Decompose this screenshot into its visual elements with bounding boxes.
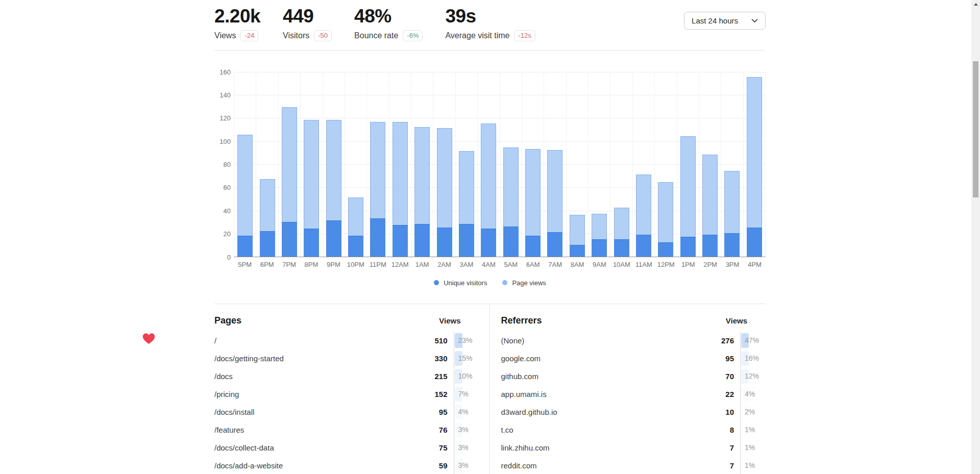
page-views-bar[interactable] [503, 147, 519, 256]
chart-bar-group [477, 72, 499, 257]
page-views-bar[interactable] [592, 214, 607, 257]
table-row[interactable]: /51023% [214, 332, 474, 350]
stat-change-badge: -6% [403, 30, 423, 41]
table-row[interactable]: /pricing1527% [214, 385, 474, 403]
scrollbar-thumb[interactable] [973, 61, 978, 197]
x-tick-label: 1PM [677, 261, 699, 268]
unique-visitors-bar[interactable] [326, 220, 341, 256]
page-views-bar[interactable] [237, 135, 253, 256]
metrics-tables: Pages Views /51023%/docs/getting-started… [214, 304, 766, 474]
table-row[interactable]: /docs/getting-started33015% [214, 350, 474, 367]
table-row[interactable]: reddit.com71% [501, 457, 761, 474]
page-views-bar[interactable] [702, 155, 718, 257]
page-views-bar[interactable] [437, 128, 452, 257]
unique-visitors-bar[interactable] [570, 245, 585, 257]
x-tick-label: 5PM [234, 261, 256, 268]
unique-visitors-bar[interactable] [680, 237, 696, 257]
row-label: reddit.com [501, 461, 730, 470]
page-views-bar[interactable] [370, 122, 385, 256]
row-percent-label: 10% [454, 372, 473, 380]
table-row[interactable]: /docs21510% [214, 367, 474, 385]
unique-visitors-bar[interactable] [747, 228, 762, 257]
row-label: /docs/getting-started [214, 354, 434, 363]
table-row[interactable]: /docs/add-a-website593% [214, 457, 474, 474]
unique-visitors-bar[interactable] [702, 235, 718, 257]
table-row[interactable]: /features763% [214, 421, 474, 439]
x-tick-label: 2AM [433, 261, 455, 268]
unique-visitors-bar[interactable] [503, 227, 519, 257]
page-views-bar[interactable] [658, 182, 673, 256]
chart-bar-group [278, 72, 300, 257]
unique-visitors-bar[interactable] [525, 236, 541, 257]
y-tick-label: 140 [219, 92, 231, 98]
unique-visitors-bar[interactable] [592, 239, 607, 257]
table-row[interactable]: github.com7012% [501, 367, 761, 385]
chart-bar-group [323, 72, 345, 257]
page-views-bar[interactable] [747, 77, 762, 257]
page-views-bar[interactable] [260, 179, 275, 257]
page-views-bar[interactable] [570, 215, 585, 257]
scrollbar[interactable] [971, 0, 980, 474]
unique-visitors-bar[interactable] [370, 218, 385, 257]
unique-visitors-bar[interactable] [481, 229, 496, 256]
stat-bounce-rate: 48%Bounce rate-6% [354, 7, 423, 41]
x-tick-label: 8AM [566, 261, 588, 268]
table-row[interactable]: d3ward.github.io102% [501, 403, 761, 421]
chart-bar-group [389, 72, 411, 257]
unique-visitors-bar[interactable] [260, 231, 275, 257]
table-row[interactable]: app.umami.is224% [501, 385, 761, 403]
unique-visitors-bar[interactable] [282, 222, 297, 257]
page-views-bar[interactable] [393, 122, 408, 256]
table-row[interactable]: link.zhihu.com71% [501, 439, 761, 457]
page-views-bar[interactable] [304, 120, 319, 257]
page-views-bar[interactable] [414, 127, 430, 257]
x-tick-label: 9PM [323, 261, 345, 268]
unique-visitors-bar[interactable] [304, 229, 319, 256]
page-views-bar[interactable] [724, 171, 740, 257]
stat-value: 39s [445, 7, 535, 26]
row-percent-bar: 2% [740, 403, 761, 421]
chart-plot-area [234, 72, 766, 257]
row-percent-bar: 4% [454, 403, 474, 421]
stat-label-row: Visitors-50 [283, 30, 332, 41]
chart-legend: Unique visitorsPage views [214, 279, 766, 287]
unique-visitors-bar[interactable] [348, 236, 363, 257]
page-views-bar[interactable] [680, 136, 696, 257]
scrollbar-up-button[interactable] [971, 0, 980, 9]
table-row[interactable]: (None)27647% [501, 332, 761, 350]
unique-visitors-bar[interactable] [393, 225, 408, 256]
unique-visitors-bar[interactable] [658, 242, 673, 256]
page-views-bar[interactable] [481, 123, 496, 257]
page-views-bar[interactable] [636, 174, 651, 257]
unique-visitors-bar[interactable] [437, 228, 452, 257]
row-views-value: 70 [725, 372, 734, 381]
table-row[interactable]: /docs/collect-data753% [214, 439, 474, 457]
page-views-bar[interactable] [348, 197, 363, 257]
page-views-bar[interactable] [326, 120, 341, 257]
row-views-value: 215 [434, 372, 447, 381]
legend-item-unique-visitors[interactable]: Unique visitors [434, 279, 487, 287]
unique-visitors-bar[interactable] [414, 224, 430, 257]
date-range-select[interactable]: Last 24 hours [684, 12, 766, 30]
unique-visitors-bar[interactable] [614, 239, 629, 257]
chart-bar-group [544, 72, 566, 257]
table-row[interactable]: google.com9516% [501, 350, 761, 367]
unique-visitors-bar[interactable] [724, 233, 740, 256]
page-views-bar[interactable] [547, 150, 562, 257]
page-views-bar[interactable] [282, 107, 297, 257]
page-views-bar[interactable] [614, 208, 629, 256]
page-views-bar[interactable] [459, 151, 474, 256]
unique-visitors-bar[interactable] [459, 224, 474, 257]
unique-visitors-bar[interactable] [547, 232, 562, 257]
row-views-value: 95 [725, 354, 734, 363]
x-tick-label: 7PM [278, 261, 300, 268]
visitors-chart: 020406080100120140160 [214, 72, 766, 257]
row-label: /features [214, 426, 439, 434]
table-row[interactable]: /docs/install954% [214, 403, 474, 421]
unique-visitors-bar[interactable] [237, 236, 253, 257]
table-row[interactable]: t.co81% [501, 421, 761, 439]
legend-item-page-views[interactable]: Page views [502, 279, 546, 287]
unique-visitors-bar[interactable] [636, 235, 651, 257]
chart-bar-group [500, 72, 522, 257]
page-views-bar[interactable] [525, 149, 541, 257]
